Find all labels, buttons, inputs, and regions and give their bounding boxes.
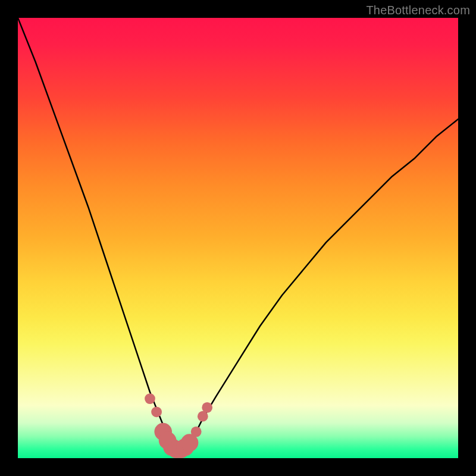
curve-svg: [18, 18, 458, 458]
chart-frame: TheBottleneck.com: [0, 0, 476, 476]
marker-dot: [191, 427, 202, 437]
marker-dot: [151, 406, 162, 417]
plot-area: [18, 18, 458, 458]
marker-dot: [202, 402, 212, 413]
curve-path: [18, 18, 458, 449]
bottleneck-curve: [18, 18, 458, 449]
marker-dot: [145, 393, 155, 404]
watermark-text: TheBottleneck.com: [366, 4, 470, 17]
